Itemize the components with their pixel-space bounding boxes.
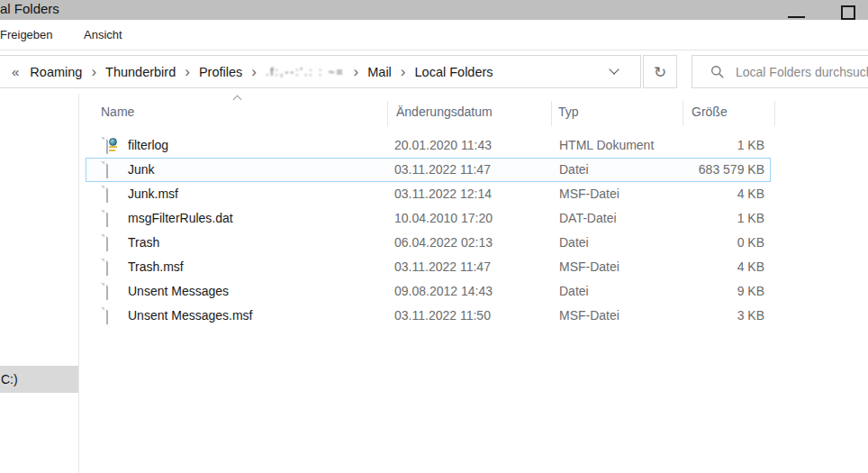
breadcrumb-separator-icon: › bbox=[397, 64, 410, 79]
file-type: HTML Dokument bbox=[559, 138, 654, 152]
breadcrumb: Roaming › Thunderbird › Profiles › .f:,-… bbox=[24, 64, 498, 79]
column-divider[interactable] bbox=[387, 101, 388, 126]
file-modified-date: 06.04.2022 02:13 bbox=[394, 235, 493, 250]
maximize-button-icon[interactable] bbox=[841, 5, 855, 20]
file-size: 683 579 KB bbox=[699, 162, 764, 177]
file-size: 3 KB bbox=[737, 308, 764, 323]
file-name: Trash bbox=[128, 235, 159, 250]
file-type: MSF-Datei bbox=[559, 186, 619, 201]
file-icon bbox=[106, 235, 121, 252]
column-header-row: Name Änderungsdatum Typ Größe bbox=[79, 97, 868, 130]
file-size: 4 KB bbox=[737, 186, 764, 201]
search-icon bbox=[710, 65, 725, 79]
navigation-pane: C:) bbox=[0, 94, 79, 473]
breadcrumb-separator-icon: › bbox=[248, 64, 260, 79]
file-modified-date: 09.08.2012 14:43 bbox=[394, 284, 493, 298]
file-row[interactable]: Trash 06.04.2022 02:13 Datei 0 KB bbox=[86, 231, 771, 255]
tab-freigeben[interactable]: Freigeben bbox=[0, 20, 53, 50]
file-modified-date: 03.11.2022 11:47 bbox=[394, 259, 491, 274]
breadcrumb-overflow-icon[interactable]: « bbox=[12, 64, 19, 79]
html-document-icon bbox=[106, 138, 121, 155]
file-name: Unsent Messages.msf bbox=[128, 308, 253, 323]
file-type: DAT-Datei bbox=[559, 211, 617, 225]
file-modified-date: 10.04.2010 17:20 bbox=[394, 211, 493, 225]
file-row[interactable]: Junk.msf 03.11.2022 12:14 MSF-Datei 4 KB bbox=[86, 182, 771, 206]
window-title: al Folders bbox=[0, 1, 59, 16]
file-name: Trash.msf bbox=[128, 259, 184, 274]
file-list: Name Änderungsdatum Typ Größe filterlog … bbox=[79, 94, 868, 473]
file-icon bbox=[106, 211, 121, 228]
breadcrumb-segment[interactable]: Roaming bbox=[24, 65, 87, 79]
ribbon-tab-bar: Freigeben Ansicht bbox=[0, 20, 868, 50]
breadcrumb-separator-icon: › bbox=[87, 64, 100, 79]
file-size: 0 KB bbox=[737, 235, 764, 250]
minimize-button-icon[interactable] bbox=[788, 16, 805, 18]
breadcrumb-segment[interactable]: Thunderbird bbox=[100, 65, 181, 79]
file-modified-date: 03.11.2022 12:14 bbox=[394, 186, 492, 201]
file-name: Unsent Messages bbox=[128, 284, 229, 298]
breadcrumb-segment[interactable]: Profiles bbox=[194, 65, 248, 79]
file-size: 4 KB bbox=[737, 259, 764, 274]
file-icon bbox=[106, 308, 121, 325]
refresh-button[interactable]: ↻ bbox=[643, 55, 677, 88]
file-icon bbox=[106, 284, 121, 301]
column-divider[interactable] bbox=[683, 101, 683, 126]
file-icon bbox=[106, 162, 121, 179]
column-divider[interactable] bbox=[551, 101, 552, 126]
address-bar[interactable]: « Roaming › Thunderbird › Profiles › .f:… bbox=[0, 55, 641, 88]
file-row[interactable]: Trash.msf 03.11.2022 11:47 MSF-Datei 4 K… bbox=[86, 255, 771, 279]
breadcrumb-segment[interactable]: Local Folders bbox=[410, 65, 499, 79]
breadcrumb-segment[interactable]: Mail bbox=[362, 65, 397, 79]
file-size: 1 KB bbox=[737, 211, 764, 225]
file-modified-date: 03.11.2022 11:50 bbox=[394, 308, 491, 323]
tab-ansicht[interactable]: Ansicht bbox=[84, 20, 122, 50]
column-divider[interactable] bbox=[774, 101, 775, 126]
file-rows: filterlog 20.01.2020 11:43 HTML Dokument… bbox=[86, 133, 771, 328]
file-type: MSF-Datei bbox=[559, 259, 619, 274]
file-type: MSF-Datei bbox=[559, 308, 619, 323]
chevron-down-icon bbox=[609, 64, 619, 74]
file-name: filterlog bbox=[128, 138, 168, 152]
main-area: C:) Name Änderungsdatum Typ Größe filter… bbox=[0, 94, 868, 473]
file-size: 1 KB bbox=[737, 138, 764, 152]
file-type: Datei bbox=[559, 162, 589, 177]
file-name: Junk.msf bbox=[128, 186, 178, 201]
breadcrumb-separator-icon: › bbox=[181, 64, 194, 79]
sort-ascending-icon bbox=[234, 96, 242, 105]
file-row[interactable]: filterlog 20.01.2020 11:43 HTML Dokument… bbox=[86, 133, 771, 158]
column-header-name[interactable]: Name bbox=[101, 105, 134, 119]
column-header-type[interactable]: Typ bbox=[558, 105, 579, 119]
explorer-window: al Folders Freigeben Ansicht « Roaming ›… bbox=[0, 0, 868, 473]
column-header-date[interactable]: Änderungsdatum bbox=[396, 105, 493, 119]
file-icon bbox=[106, 259, 121, 277]
file-size: 9 KB bbox=[737, 284, 764, 298]
breadcrumb-segment-redacted[interactable]: .f:,--:'.: : ~= bbox=[260, 66, 350, 78]
file-type: Datei bbox=[559, 284, 589, 298]
file-row[interactable]: Unsent Messages.msf 03.11.2022 11:50 MSF… bbox=[86, 304, 771, 328]
file-icon bbox=[106, 186, 121, 204]
address-dropdown-button[interactable] bbox=[610, 68, 619, 76]
drive-label: C:) bbox=[1, 372, 18, 387]
file-row[interactable]: msgFilterRules.dat 10.04.2010 17:20 DAT-… bbox=[86, 206, 771, 231]
search-box[interactable] bbox=[692, 55, 868, 88]
column-header-size[interactable]: Größe bbox=[692, 105, 728, 119]
file-name: Junk bbox=[128, 162, 155, 177]
file-row[interactable]: Unsent Messages 09.08.2012 14:43 Datei 9… bbox=[86, 279, 771, 304]
file-name: msgFilterRules.dat bbox=[128, 211, 233, 225]
refresh-icon: ↻ bbox=[654, 63, 666, 81]
search-input[interactable] bbox=[736, 65, 868, 79]
sidebar-item-drive-c[interactable]: C:) bbox=[0, 366, 78, 393]
file-modified-date: 20.01.2020 11:43 bbox=[394, 138, 492, 152]
file-row[interactable]: Junk 03.11.2022 11:47 Datei 683 579 KB bbox=[86, 158, 771, 182]
breadcrumb-separator-icon: › bbox=[350, 64, 363, 79]
file-modified-date: 03.11.2022 11:47 bbox=[394, 162, 491, 177]
toolbar: « Roaming › Thunderbird › Profiles › .f:… bbox=[0, 50, 868, 94]
titlebar: al Folders bbox=[0, 0, 868, 20]
file-type: Datei bbox=[559, 235, 589, 250]
